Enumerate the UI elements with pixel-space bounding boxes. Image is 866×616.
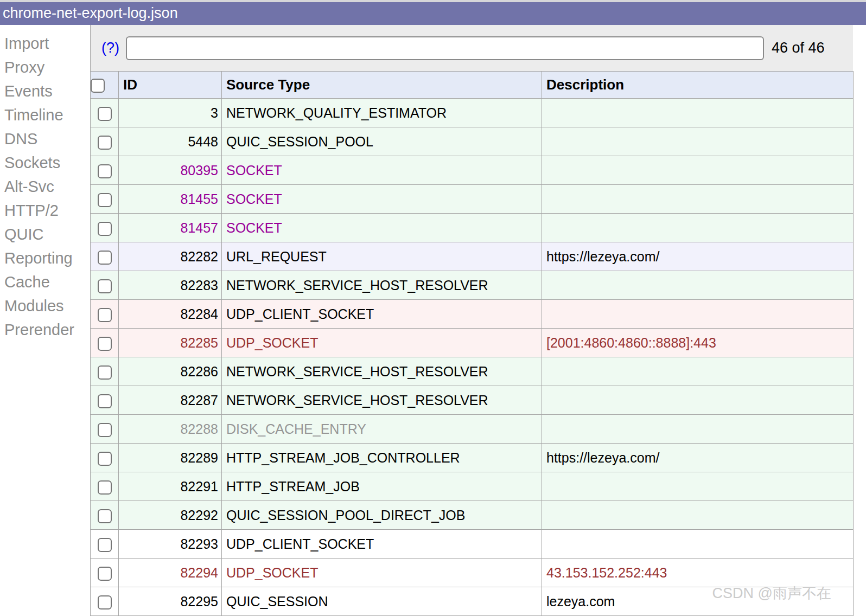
row-id[interactable]: 82283	[119, 271, 222, 300]
row-checkbox-cell	[91, 386, 119, 415]
table-row[interactable]: 82293 UDP_CLIENT_SOCKET	[91, 530, 854, 559]
row-source-type[interactable]: NETWORK_SERVICE_HOST_RESOLVER	[222, 386, 542, 415]
row-checkbox-cell	[91, 530, 119, 559]
sidebar-item[interactable]: Events	[0, 79, 90, 103]
row-source-type[interactable]: NETWORK_SERVICE_HOST_RESOLVER	[222, 357, 542, 386]
row-id[interactable]: 82294	[119, 559, 222, 587]
sidebar-item[interactable]: Proxy	[0, 55, 90, 79]
table-row[interactable]: 82282 URL_REQUEST https://lezeya.com/	[91, 242, 854, 271]
row-checkbox[interactable]	[98, 251, 112, 265]
sidebar-item[interactable]: DNS	[0, 127, 90, 151]
row-checkbox[interactable]	[98, 365, 112, 380]
sidebar-item[interactable]: Modules	[0, 294, 90, 318]
row-checkbox-cell	[91, 472, 119, 501]
row-source-type[interactable]: HTTP_STREAM_JOB_CONTROLLER	[222, 444, 542, 472]
row-checkbox[interactable]	[98, 107, 112, 121]
row-source-type[interactable]: QUIC_SESSION_POOL	[222, 127, 542, 156]
table-row[interactable]: 82286 NETWORK_SERVICE_HOST_RESOLVER	[91, 357, 854, 386]
row-id[interactable]: 82284	[119, 300, 222, 329]
sidebar-item[interactable]: Cache	[0, 270, 90, 294]
table-row[interactable]: 82294 UDP_SOCKET 43.153.152.252:443	[91, 559, 854, 587]
row-id[interactable]: 82293	[119, 530, 222, 559]
row-id[interactable]: 82295	[119, 587, 222, 616]
table-row[interactable]: 82291 HTTP_STREAM_JOB	[91, 472, 854, 501]
row-checkbox[interactable]	[98, 279, 112, 293]
row-checkbox[interactable]	[98, 164, 112, 178]
table-row[interactable]: 80395 SOCKET	[91, 156, 854, 185]
row-id[interactable]: 82291	[119, 472, 222, 501]
sidebar-item[interactable]: Prerender	[0, 318, 90, 342]
row-checkbox[interactable]	[98, 222, 112, 236]
row-checkbox[interactable]	[98, 394, 112, 408]
sidebar-item[interactable]: Sockets	[0, 151, 90, 175]
row-id[interactable]: 3	[119, 99, 222, 127]
column-header-source-type[interactable]: Source Type	[222, 72, 542, 99]
row-source-type[interactable]: UDP_SOCKET	[222, 559, 542, 587]
table-row[interactable]: 82292 QUIC_SESSION_POOL_DIRECT_JOB	[91, 501, 854, 530]
row-checkbox[interactable]	[98, 193, 112, 207]
table-row[interactable]: 82288 DISK_CACHE_ENTRY	[91, 415, 854, 444]
table-row[interactable]: 82295 QUIC_SESSION lezeya.com	[91, 587, 854, 616]
table-row[interactable]: 82289 HTTP_STREAM_JOB_CONTROLLER https:/…	[91, 444, 854, 472]
row-checkbox[interactable]	[98, 480, 112, 495]
row-source-type[interactable]: UDP_SOCKET	[222, 329, 542, 357]
row-source-type[interactable]: DISK_CACHE_ENTRY	[222, 415, 542, 444]
row-description: https://lezeya.com/	[542, 242, 854, 271]
table-row[interactable]: 3 NETWORK_QUALITY_ESTIMATOR	[91, 99, 854, 127]
row-checkbox-cell	[91, 127, 119, 156]
row-id[interactable]: 82285	[119, 329, 222, 357]
row-source-type[interactable]: NETWORK_SERVICE_HOST_RESOLVER	[222, 271, 542, 300]
row-checkbox[interactable]	[98, 308, 112, 322]
row-checkbox[interactable]	[98, 595, 112, 609]
row-source-type[interactable]: SOCKET	[222, 185, 542, 214]
row-checkbox[interactable]	[98, 538, 112, 552]
table-row[interactable]: 81455 SOCKET	[91, 185, 854, 214]
row-checkbox[interactable]	[98, 567, 112, 581]
sidebar-item[interactable]: Import	[0, 31, 90, 55]
row-id[interactable]: 82286	[119, 357, 222, 386]
select-all-checkbox[interactable]	[91, 79, 105, 93]
sidebar-item[interactable]: HTTP/2	[0, 198, 90, 222]
row-id[interactable]: 82292	[119, 501, 222, 530]
row-id[interactable]: 5448	[119, 127, 222, 156]
sidebar-item[interactable]: Timeline	[0, 103, 90, 127]
table-row[interactable]: 82287 NETWORK_SERVICE_HOST_RESOLVER	[91, 386, 854, 415]
column-header-description[interactable]: Description	[542, 72, 854, 99]
sidebar-item[interactable]: Reporting	[0, 246, 90, 270]
row-checkbox-cell	[91, 559, 119, 587]
help-link[interactable]: (?)	[101, 40, 119, 56]
row-source-type[interactable]: QUIC_SESSION_POOL_DIRECT_JOB	[222, 501, 542, 530]
row-source-type[interactable]: SOCKET	[222, 156, 542, 185]
row-id[interactable]: 82287	[119, 386, 222, 415]
row-checkbox[interactable]	[98, 423, 112, 437]
page-title: chrome-net-export-log.json	[3, 5, 178, 21]
table-row[interactable]: 82284 UDP_CLIENT_SOCKET	[91, 300, 854, 329]
select-all-cell	[91, 72, 119, 99]
row-source-type[interactable]: URL_REQUEST	[222, 242, 542, 271]
table-row[interactable]: 5448 QUIC_SESSION_POOL	[91, 127, 854, 156]
row-checkbox[interactable]	[98, 452, 112, 466]
row-source-type[interactable]: UDP_CLIENT_SOCKET	[222, 530, 542, 559]
row-id[interactable]: 81457	[119, 214, 222, 242]
row-checkbox[interactable]	[98, 337, 112, 351]
row-source-type[interactable]: SOCKET	[222, 214, 542, 242]
table-row[interactable]: 82283 NETWORK_SERVICE_HOST_RESOLVER	[91, 271, 854, 300]
row-id[interactable]: 82282	[119, 242, 222, 271]
row-source-type[interactable]: NETWORK_QUALITY_ESTIMATOR	[222, 99, 542, 127]
row-id[interactable]: 82289	[119, 444, 222, 472]
row-description	[542, 185, 854, 214]
filter-input[interactable]	[126, 36, 764, 60]
row-checkbox[interactable]	[98, 509, 112, 523]
row-id[interactable]: 82288	[119, 415, 222, 444]
row-source-type[interactable]: QUIC_SESSION	[222, 587, 542, 616]
table-row[interactable]: 81457 SOCKET	[91, 214, 854, 242]
row-checkbox[interactable]	[98, 136, 112, 150]
table-row[interactable]: 82285 UDP_SOCKET [2001:4860:4860::8888]:…	[91, 329, 854, 357]
row-source-type[interactable]: HTTP_STREAM_JOB	[222, 472, 542, 501]
sidebar-item[interactable]: QUIC	[0, 222, 90, 246]
row-id[interactable]: 81455	[119, 185, 222, 214]
row-id[interactable]: 80395	[119, 156, 222, 185]
sidebar-item[interactable]: Alt-Svc	[0, 175, 90, 198]
column-header-id[interactable]: ID	[119, 72, 222, 99]
row-source-type[interactable]: UDP_CLIENT_SOCKET	[222, 300, 542, 329]
